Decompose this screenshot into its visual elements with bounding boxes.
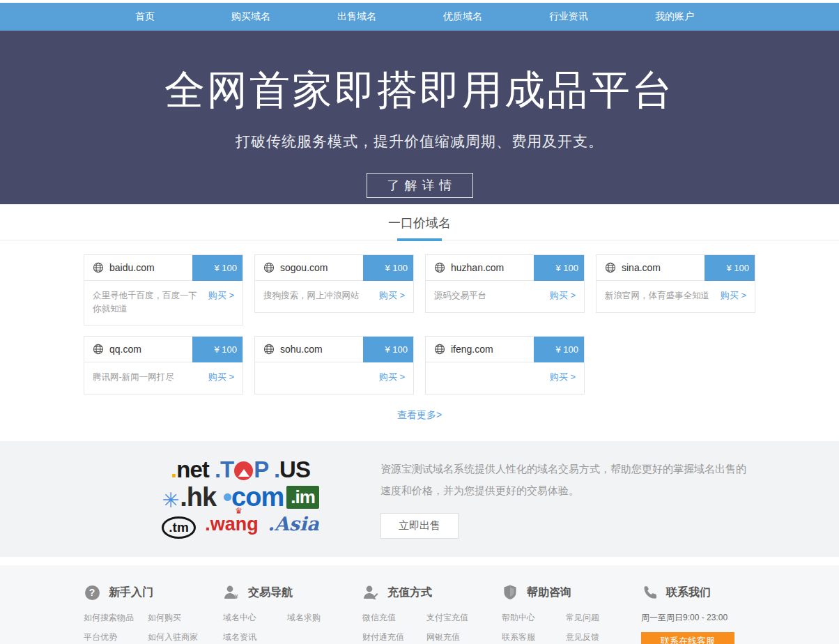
footer-col-title: 联系我们: [666, 585, 711, 600]
domain-description: 源码交易平台: [434, 289, 550, 302]
footer-col-title: 新手入门: [109, 585, 153, 600]
domain-card: sogou.com ¥ 100 搜狗搜索，网上冲浪网站 购买 >: [254, 254, 414, 313]
contact-online-service-button[interactable]: 联系在线客服: [641, 632, 734, 644]
footer-link[interactable]: 平台优势: [84, 631, 148, 643]
tld-logos-image: .net .TP .US ✳.hk •com.im .tm .wang♛ .As…: [84, 458, 355, 538]
nav-item-news[interactable]: 行业资讯: [516, 3, 622, 31]
buy-link[interactable]: 购买 >: [379, 371, 405, 383]
footer-link[interactable]: 常见问题: [566, 612, 641, 624]
domain-card: sohu.com ¥ 100 购买 >: [254, 336, 414, 394]
footer-link[interactable]: 支付宝充值: [426, 612, 502, 624]
domain-card: baidu.com ¥ 100 众里寻他千百度，百度一下你就知道 购买 >: [84, 254, 243, 325]
footer-link[interactable]: 微信充值: [362, 612, 426, 624]
nav-item-home[interactable]: 首页: [92, 3, 198, 31]
question-circle-icon: ?: [84, 584, 100, 601]
domain-name[interactable]: sogou.com: [280, 262, 328, 273]
section-title: 一口价域名: [388, 215, 451, 231]
footer-link[interactable]: 如何入驻商家: [148, 631, 223, 643]
section-title-underline: [397, 238, 442, 241]
nav-item-premium[interactable]: 优质域名: [410, 3, 516, 31]
footer-col-trade-nav: ¥ 交易导航 域名中心 域名求购 域名资讯: [223, 584, 362, 644]
nav-item-sell-domain[interactable]: 出售域名: [304, 3, 410, 31]
price-badge: ¥ 100: [192, 255, 243, 281]
buy-link[interactable]: 购买 >: [208, 289, 234, 302]
footer-link[interactable]: 域名资讯: [223, 631, 287, 643]
sell-now-button[interactable]: 立即出售: [380, 513, 459, 539]
domain-name[interactable]: qq.com: [109, 344, 141, 355]
footer-link[interactable]: 意见反馈: [566, 631, 641, 643]
svg-text:¥: ¥: [235, 593, 238, 600]
footer-col-title: 交易导航: [248, 585, 293, 600]
hero-subtitle: 打破传统服务模式，提升价值缩减周期、费用及开支。: [0, 132, 839, 151]
phone-icon: [641, 584, 658, 601]
domain-card: huzhan.com ¥ 100 源码交易平台 购买 >: [425, 254, 585, 313]
service-hours: 周一至周日9:00 - 23:00: [641, 612, 755, 624]
footer: ? 新手入门 如何搜索物品 如何购买 平台优势 如何入驻商家 ¥ 交易导航 域名…: [0, 565, 839, 644]
top-navigation: 首页 购买域名 出售域名 优质域名 行业资讯 我的账户: [0, 3, 839, 31]
tld-net: .net: [171, 457, 209, 482]
user-arrow-icon: [362, 584, 379, 601]
buy-link[interactable]: 购买 >: [550, 289, 576, 302]
footer-col-recharge: 充值方式 微信充值 支付宝充值 财付通充值 网银充值: [362, 584, 502, 644]
price-badge: ¥ 100: [192, 337, 243, 362]
footer-col-title: 充值方式: [387, 585, 432, 600]
footer-link[interactable]: 如何搜索物品: [84, 612, 148, 624]
domain-name[interactable]: sina.com: [622, 262, 661, 273]
domain-description: 众里寻他千百度，百度一下你就知道: [93, 289, 208, 316]
nav-item-buy-domain[interactable]: 购买域名: [198, 3, 304, 31]
footer-link[interactable]: 网银充值: [426, 631, 502, 643]
price-badge: ¥ 100: [534, 337, 584, 362]
footer-col-title: 帮助咨询: [527, 585, 571, 600]
tld-asia: .Asia: [268, 513, 318, 535]
section-header: 一口价域名: [0, 204, 839, 240]
price-badge: ¥ 100: [705, 255, 755, 281]
globe-icon: [434, 262, 445, 273]
domain-card: qq.com ¥ 100 腾讯网-新闻一网打尽 购买 >: [84, 336, 243, 394]
footer-link[interactable]: 如何购买: [148, 612, 223, 624]
footer-col-help: 帮助咨询 帮助中心 常见问题 联系客服 意见反馈: [502, 584, 641, 644]
tld-tm: .tm: [162, 516, 196, 539]
view-more-link[interactable]: 查看更多>: [397, 409, 442, 420]
nav-item-my-account[interactable]: 我的账户: [622, 3, 728, 31]
footer-link[interactable]: 域名中心: [223, 612, 287, 624]
globe-icon: [263, 262, 275, 273]
footer-link[interactable]: 域名求购: [287, 612, 362, 624]
hero-cta-button[interactable]: 了解详情: [367, 173, 473, 198]
sell-blurb: 资源宝测试域名系统提供人性化的域名交易方式，帮助您更好的掌握域名出售的速度和价格…: [380, 458, 755, 501]
domain-listing: baidu.com ¥ 100 众里寻他千百度，百度一下你就知道 购买 > so…: [84, 240, 755, 422]
tld-wang: .wang♛: [205, 514, 259, 535]
tld-us: .US: [274, 457, 310, 482]
price-badge: ¥ 100: [363, 255, 413, 281]
footer-link[interactable]: 帮助中心: [502, 612, 566, 624]
buy-link[interactable]: 购买 >: [379, 289, 405, 302]
footer-col-contact: 联系我们 周一至周日9:00 - 23:00 联系在线客服: [641, 584, 755, 644]
price-badge: ¥ 100: [363, 337, 413, 362]
domain-name[interactable]: baidu.com: [109, 262, 155, 273]
footer-col-beginner: ? 新手入门 如何搜索物品 如何购买 平台优势 如何入驻商家: [84, 584, 223, 644]
buy-link[interactable]: 购买 >: [550, 371, 576, 383]
domain-card: sina.com ¥ 100 新浪官网，体育盛事全知道 购买 >: [596, 254, 755, 313]
tld-top: .T: [215, 457, 233, 482]
hero-title: 全网首家即搭即用成品平台: [0, 63, 839, 118]
hero-banner: 全网首家即搭即用成品平台 打破传统服务模式，提升价值缩减周期、费用及开支。 了解…: [0, 31, 839, 204]
crown-icon: ♛: [235, 507, 243, 516]
buy-link[interactable]: 购买 >: [721, 289, 746, 302]
tld-com: •com: [223, 482, 284, 512]
buy-link[interactable]: 购买 >: [208, 371, 234, 383]
domain-name[interactable]: sohu.com: [280, 344, 323, 355]
footer-link[interactable]: 财付通充值: [362, 631, 426, 643]
price-badge: ¥ 100: [534, 255, 584, 281]
tld-hk: .hk: [180, 482, 216, 512]
sell-section: .net .TP .US ✳.hk •com.im .tm .wang♛ .As…: [0, 441, 839, 557]
domain-name[interactable]: ifeng.com: [451, 344, 493, 355]
domain-card: ifeng.com ¥ 100 购买 >: [425, 336, 585, 394]
tld-im: .im: [286, 486, 319, 509]
user-yen-icon: ¥: [223, 584, 240, 601]
snowflake-icon: ✳: [162, 489, 178, 512]
top-mountain-icon: [234, 461, 253, 480]
footer-link[interactable]: 联系客服: [502, 631, 566, 643]
globe-icon: [263, 344, 275, 355]
globe-icon: [605, 262, 616, 273]
domain-name[interactable]: huzhan.com: [451, 262, 504, 273]
domain-description: 搜狗搜索，网上冲浪网站: [263, 289, 379, 302]
